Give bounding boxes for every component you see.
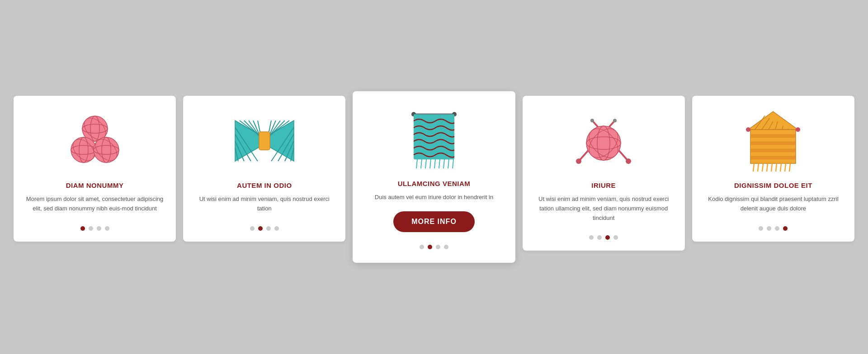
dot (775, 226, 779, 231)
more-info-button[interactable]: MORE INFO (393, 211, 475, 232)
svg-line-45 (453, 159, 453, 168)
card-3: ULLAMCING VENIAM Duis autem vel eum iriu… (353, 91, 515, 263)
svg-line-41 (434, 159, 435, 168)
dot (266, 226, 271, 231)
knitting-swatch-icon (402, 107, 466, 171)
svg-point-48 (576, 158, 581, 164)
card-1: DIAM NONUMMY Morem ipsum dolor sit amet,… (14, 96, 176, 242)
dot (597, 235, 602, 240)
svg-point-79 (796, 127, 800, 132)
dot (589, 235, 594, 240)
svg-point-51 (590, 119, 594, 122)
dot (783, 226, 788, 231)
card-5-title: DIGNISSIM DOLOE EIT (734, 182, 812, 189)
svg-rect-66 (750, 141, 796, 145)
svg-rect-68 (750, 156, 796, 159)
card-2: AUTEM IN ODIO Ut wisi enim ad minim veni… (183, 96, 345, 242)
svg-line-74 (776, 163, 777, 172)
card-1-title: DIAM NONUMMY (66, 182, 124, 189)
svg-line-72 (767, 163, 768, 172)
card-5-dots (759, 223, 788, 231)
dot (613, 235, 618, 240)
dot (428, 245, 432, 249)
svg-line-37 (416, 159, 417, 168)
svg-point-49 (626, 158, 631, 164)
dot (605, 235, 610, 240)
card-2-title: AUTEM IN ODIO (237, 182, 292, 189)
svg-point-78 (746, 127, 750, 132)
dot (80, 226, 85, 231)
dot (105, 226, 109, 231)
svg-line-71 (762, 163, 763, 172)
svg-line-39 (425, 159, 426, 168)
dot (258, 226, 263, 231)
svg-line-70 (758, 163, 759, 172)
card-4-title: IRIURE (591, 182, 616, 189)
card-4: IRIURE Ut wisi enim ad minim veniam, qui… (523, 96, 685, 251)
svg-line-42 (439, 159, 440, 168)
card-4-text: Ut wisi enim ad minim veniam, quis nostr… (532, 195, 676, 223)
svg-rect-65 (750, 134, 796, 138)
dot (444, 245, 448, 249)
bow-tie-yarn-icon (233, 109, 296, 172)
dot (89, 226, 93, 231)
svg-line-44 (448, 159, 449, 168)
card-2-dots (250, 223, 279, 231)
card-2-text: Ut wisi enim ad minim veniam, quis nostr… (192, 195, 336, 214)
svg-point-50 (613, 119, 617, 122)
svg-line-43 (443, 159, 444, 168)
dot (759, 226, 763, 231)
svg-line-73 (771, 163, 772, 172)
dot (97, 226, 101, 231)
dot (274, 226, 279, 231)
dot (767, 226, 771, 231)
card-1-dots (80, 223, 109, 231)
svg-marker-57 (748, 112, 798, 130)
card-3-title: ULLAMCING VENIAM (398, 180, 471, 187)
card-3-text: Duis autem vel eum iriure dolor in hendr… (375, 193, 493, 202)
card-5-text: Kodio dignissim qui blandit praesent lup… (701, 195, 845, 214)
yarn-ball-needles-icon (572, 109, 635, 172)
dot (420, 245, 424, 249)
svg-line-69 (753, 163, 754, 172)
card-5: DIGNISSIM DOLOE EIT Kodio dignissim qui … (692, 96, 854, 242)
svg-line-76 (785, 163, 786, 172)
cards-container: DIAM NONUMMY Morem ipsum dolor sit amet,… (14, 96, 854, 258)
woven-mat-icon (741, 109, 805, 172)
card-4-dots (589, 232, 618, 240)
card-1-text: Morem ipsum dolor sit amet, consectetuer… (23, 195, 167, 214)
svg-rect-67 (750, 149, 796, 152)
svg-rect-32 (259, 132, 270, 150)
card-3-dots (420, 241, 448, 249)
dot (250, 226, 255, 231)
dot (436, 245, 440, 249)
svg-line-38 (421, 159, 422, 168)
svg-line-75 (780, 163, 781, 172)
svg-line-77 (789, 163, 790, 172)
yarn-balls-icon (63, 109, 127, 172)
svg-line-40 (430, 159, 431, 168)
